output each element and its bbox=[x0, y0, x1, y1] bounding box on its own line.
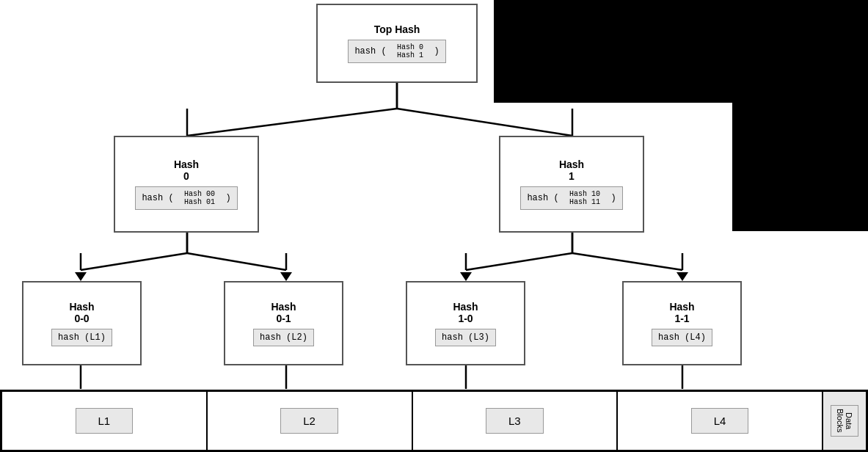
hash0-title: Hash0 bbox=[174, 158, 199, 182]
hash00-title: Hash0-0 bbox=[69, 301, 94, 324]
data-block-l2-label: L2 bbox=[280, 408, 338, 434]
hash11-formula: hash (L4) bbox=[652, 329, 712, 346]
top-hash-node: Top Hash hash ( Hash 0 Hash 1 ) bbox=[316, 4, 478, 83]
hash1-formula: hash ( Hash 10 Hash 11 ) bbox=[520, 186, 622, 210]
hash01-title: Hash0-1 bbox=[271, 301, 296, 324]
hash00-formula: hash (L1) bbox=[51, 329, 112, 346]
hash11-node: Hash1-1 hash (L4) bbox=[622, 281, 742, 365]
svg-line-4 bbox=[397, 109, 572, 136]
svg-line-12 bbox=[187, 253, 286, 270]
svg-line-16 bbox=[466, 253, 572, 270]
svg-marker-14 bbox=[280, 272, 292, 281]
data-block-l3-label: L3 bbox=[486, 408, 544, 434]
data-block-l3: L3 bbox=[413, 392, 619, 450]
svg-line-20 bbox=[572, 253, 682, 270]
svg-marker-18 bbox=[460, 272, 472, 281]
hash01-formula: hash (L2) bbox=[253, 329, 314, 346]
hash00-node: Hash0-0 hash (L1) bbox=[22, 281, 142, 365]
hash10-formula: hash (L3) bbox=[435, 329, 496, 346]
svg-line-1 bbox=[187, 109, 397, 136]
hash1-title: Hash1 bbox=[559, 158, 584, 182]
top-hash-formula: hash ( Hash 0 Hash 1 ) bbox=[348, 40, 445, 63]
svg-line-8 bbox=[81, 253, 187, 270]
diagram-area: Top Hash hash ( Hash 0 Hash 1 ) Hash0 ha… bbox=[0, 0, 868, 452]
data-block-l4: L4 bbox=[618, 392, 822, 450]
svg-marker-10 bbox=[75, 272, 87, 281]
data-blocks-label: DataBlocks bbox=[831, 405, 858, 436]
hash01-node: Hash0-1 hash (L2) bbox=[224, 281, 343, 365]
hash1-node: Hash1 hash ( Hash 10 Hash 11 ) bbox=[499, 136, 644, 233]
black-block-top bbox=[494, 0, 868, 103]
data-block-l2: L2 bbox=[208, 392, 413, 450]
data-blocks-row: L1 L2 L3 L4 DataBlocks bbox=[0, 390, 868, 452]
black-block-mid bbox=[732, 103, 868, 231]
hash11-title: Hash1-1 bbox=[669, 301, 694, 324]
hash0-node: Hash0 hash ( Hash 00 Hash 01 ) bbox=[114, 136, 259, 233]
data-block-l1: L1 bbox=[2, 392, 208, 450]
hash0-formula: hash ( Hash 00 Hash 01 ) bbox=[135, 186, 237, 210]
top-hash-title: Top Hash bbox=[374, 23, 420, 35]
hash10-node: Hash1-0 hash (L3) bbox=[406, 281, 525, 365]
svg-marker-22 bbox=[676, 272, 688, 281]
hash10-title: Hash1-0 bbox=[453, 301, 478, 324]
data-block-l1-label: L1 bbox=[76, 408, 134, 434]
data-block-l4-label: L4 bbox=[691, 408, 749, 434]
